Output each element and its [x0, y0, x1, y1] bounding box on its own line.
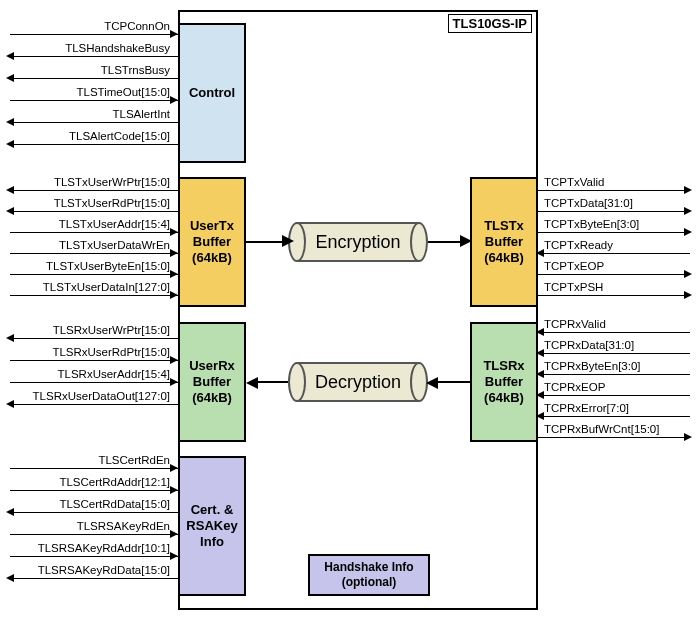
arrow-right-icon — [684, 228, 692, 236]
arrow-right-icon — [170, 228, 178, 236]
arrow-left-icon — [6, 207, 14, 215]
block-hsinfo-label: Handshake Info (optional) — [324, 560, 413, 590]
arrow-tlsrx-to-dec-head — [426, 377, 438, 389]
signal-tlsalertint: TLSAlertInt — [10, 108, 170, 120]
signal-line — [10, 78, 178, 79]
arrow-left-icon — [6, 508, 14, 516]
signal-line — [10, 232, 178, 233]
arrow-right-icon — [170, 486, 178, 494]
arrow-left-icon — [6, 74, 14, 82]
signal-line — [10, 556, 178, 557]
signal-line — [10, 211, 178, 212]
signal-line — [10, 512, 178, 513]
signal-tlstrnsbusy: TLSTrnsBusy — [10, 64, 170, 76]
signal-tlsrsakeyrdaddr101: TLSRSAKeyRdAddr[10:1] — [10, 542, 170, 554]
ip-title: TLS10GS-IP — [448, 14, 532, 33]
arrow-right-icon — [170, 30, 178, 38]
arrow-right-icon — [170, 530, 178, 538]
arrow-right-icon — [684, 433, 692, 441]
signal-tlsrxuseraddr154: TLSRxUserAddr[15:4] — [10, 368, 170, 380]
signal-tlstimeout150: TLSTimeOut[15:0] — [10, 86, 170, 98]
signal-line — [10, 338, 178, 339]
signal-line — [10, 382, 178, 383]
signal-tcptxbyteen30: TCPTxByteEn[3:0] — [544, 218, 690, 230]
block-usertx-buffer: UserTx Buffer (64kB) — [178, 177, 246, 307]
signal-tlsrxuserdataout1270: TLSRxUserDataOut[127:0] — [10, 390, 170, 402]
arrow-right-icon — [684, 186, 692, 194]
signal-tlstxuserbyteen150: TLSTxUserByteEn[15:0] — [10, 260, 170, 272]
arrow-left-icon — [6, 574, 14, 582]
signal-tlstxuserdatawren: TLSTxUserDataWrEn — [10, 239, 170, 251]
arrow-right-icon — [170, 378, 178, 386]
process-decryption: Decryption — [288, 362, 428, 402]
arrow-left-icon — [6, 400, 14, 408]
signal-tcptxready: TCPTxReady — [544, 239, 690, 251]
signal-tcptxpsh: TCPTxPSH — [544, 281, 690, 293]
block-usertx-label: UserTx Buffer (64kB) — [190, 218, 234, 267]
signal-tlsrsakeyrddata150: TLSRSAKeyRdData[15:0] — [10, 564, 170, 576]
signal-line — [538, 353, 690, 354]
signal-line — [10, 490, 178, 491]
signal-tlstxuserwrptr150: TLSTxUserWrPtr[15:0] — [10, 176, 170, 188]
signal-tcptxvalid: TCPTxValid — [544, 176, 690, 188]
arrow-right-icon — [170, 552, 178, 560]
signal-tcpconnon: TCPConnOn — [10, 20, 170, 32]
signal-line — [538, 253, 690, 254]
signal-line — [538, 395, 690, 396]
arrow-usertx-to-enc — [246, 241, 286, 243]
signal-tcprxdata310: TCPRxData[31:0] — [544, 339, 690, 351]
signal-line — [10, 122, 178, 123]
signal-line — [10, 295, 178, 296]
signal-line — [10, 56, 178, 57]
arrow-right-icon — [170, 249, 178, 257]
signal-line — [10, 274, 178, 275]
signal-tlstxuseraddr154: TLSTxUserAddr[15:4] — [10, 218, 170, 230]
block-cert-rsakey: Cert. & RSAKey Info — [178, 456, 246, 596]
block-userrx-buffer: UserRx Buffer (64kB) — [178, 322, 246, 442]
signal-tlscertrden: TLSCertRdEn — [10, 454, 170, 466]
signal-line — [538, 416, 690, 417]
arrow-right-icon — [170, 270, 178, 278]
signal-tcprxbyteen30: TCPRxByteEn[3:0] — [544, 360, 690, 372]
arrow-left-icon — [536, 349, 544, 357]
signal-line — [538, 274, 690, 275]
signal-line — [538, 295, 690, 296]
signal-line — [10, 468, 178, 469]
arrow-right-icon — [684, 291, 692, 299]
arrow-right-icon — [170, 291, 178, 299]
signal-tcprxbufwrcnt150: TCPRxBufWrCnt[15:0] — [544, 423, 690, 435]
signal-tlsrxuserwrptr150: TLSRxUserWrPtr[15:0] — [10, 324, 170, 336]
block-tlsrx-label: TLSRx Buffer (64kB) — [483, 358, 524, 407]
signal-tlsrsakeyrden: TLSRSAKeyRdEn — [10, 520, 170, 532]
signal-tlsrxuserrdptr150: TLSRxUserRdPtr[15:0] — [10, 346, 170, 358]
arrow-left-icon — [6, 118, 14, 126]
signal-line — [538, 232, 690, 233]
arrow-left-icon — [536, 328, 544, 336]
signal-line — [10, 578, 178, 579]
process-decryption-label: Decryption — [315, 372, 401, 393]
signal-line — [538, 374, 690, 375]
signal-line — [538, 437, 690, 438]
arrow-enc-to-tlstx — [428, 241, 464, 243]
arrow-right-icon — [170, 356, 178, 364]
process-encryption-label: Encryption — [315, 232, 400, 253]
signal-tlscertrddata150: TLSCertRdData[15:0] — [10, 498, 170, 510]
signal-line — [10, 534, 178, 535]
signal-tlsalertcode150: TLSAlertCode[15:0] — [10, 130, 170, 142]
signal-line — [538, 332, 690, 333]
arrow-right-icon — [170, 464, 178, 472]
process-encryption: Encryption — [288, 222, 428, 262]
arrow-left-icon — [6, 186, 14, 194]
signal-tlshandshakebusy: TLSHandshakeBusy — [10, 42, 170, 54]
arrow-left-icon — [536, 249, 544, 257]
arrow-right-icon — [170, 96, 178, 104]
signal-tcprxerror70: TCPRxError[7:0] — [544, 402, 690, 414]
signal-line — [10, 34, 178, 35]
signal-line — [10, 190, 178, 191]
block-tlstx-buffer: TLSTx Buffer (64kB) — [470, 177, 538, 307]
signal-line — [538, 211, 690, 212]
signal-line — [10, 144, 178, 145]
signal-line — [10, 404, 178, 405]
signal-tlstxuserrdptr150: TLSTxUserRdPtr[15:0] — [10, 197, 170, 209]
arrow-left-icon — [536, 391, 544, 399]
